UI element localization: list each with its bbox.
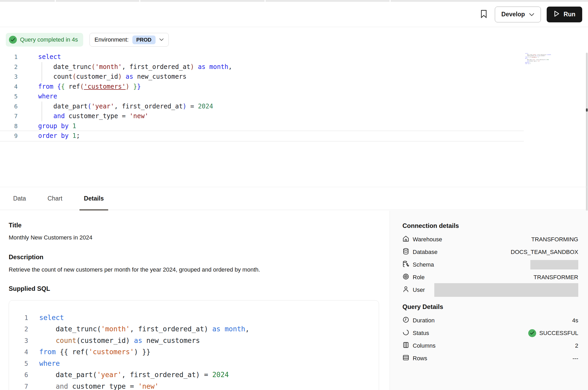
warehouse-icon <box>402 235 409 244</box>
tab-chart-label: Chart <box>48 195 62 202</box>
line-number: 2 <box>0 62 18 72</box>
code-line: 8group by 1 <box>0 121 524 131</box>
code-line: 6 date_part('year', first_ordered_at) = … <box>0 102 524 112</box>
connection-row-schema: Schema <box>402 258 578 271</box>
title-heading: Title <box>9 222 379 229</box>
line-number: 5 <box>16 358 28 369</box>
code-line: 1select <box>0 52 524 62</box>
rows-value: --- <box>572 355 578 362</box>
line-number: 1 <box>0 52 18 62</box>
query-row-duration: Duration 4s <box>402 314 578 327</box>
line-number: 2 <box>16 324 28 335</box>
develop-button[interactable]: Develop <box>495 7 541 22</box>
scrollbar-thumb[interactable] <box>586 108 588 112</box>
line-number: 3 <box>16 335 28 347</box>
role-icon <box>402 273 409 282</box>
status-value: SUCCESSFUL <box>539 330 578 337</box>
code-line: 7 and customer_type = 'new' <box>0 111 524 121</box>
run-button[interactable]: Run <box>547 7 582 22</box>
columns-value: 2 <box>575 342 578 349</box>
line-number: 9 <box>0 131 18 141</box>
connection-details-panel: Connection details Warehouse TRANSFORMIN… <box>390 211 588 390</box>
line-number: 1 <box>16 312 28 324</box>
play-icon <box>554 10 560 19</box>
line-number: 4 <box>0 82 18 92</box>
editor-minimap-content: 1select2 date_trunc('month', first_order… <box>525 53 553 64</box>
query-status-badge: Query completed in 4s <box>6 33 83 47</box>
tab-divider <box>265 0 266 2</box>
status-label: Status <box>413 330 429 337</box>
tab-data-label: Data <box>13 195 26 202</box>
connection-details-heading: Connection details <box>402 222 578 229</box>
tab-divider <box>55 0 56 2</box>
details-left-column: Title Monthly New Customers in 2024 Desc… <box>9 211 379 390</box>
line-number: 6 <box>0 102 18 112</box>
query-row-rows: Rows --- <box>402 352 578 365</box>
connection-row-role: Role TRANSFORMER <box>402 271 578 284</box>
run-button-label: Run <box>564 11 575 18</box>
duration-value: 4s <box>572 317 578 324</box>
warehouse-value: TRANSFORMING <box>531 236 578 243</box>
bookmark-button[interactable] <box>479 9 489 20</box>
role-label: Role <box>413 274 425 281</box>
line-number: 5 <box>0 92 18 102</box>
query-details-heading: Query Details <box>402 303 578 311</box>
database-icon <box>402 248 409 256</box>
code-line: 9order by 1; <box>0 131 524 141</box>
connection-row-user: User <box>402 284 578 296</box>
rows-label: Rows <box>413 355 427 362</box>
rows-icon <box>402 354 409 363</box>
warehouse-label: Warehouse <box>413 236 442 243</box>
sql-editor[interactable]: 1select2 date_trunc('month', first_order… <box>0 52 524 141</box>
code-line: 4from {{ ref('customers') }} <box>16 346 379 358</box>
query-status-text: Query completed in 4s <box>20 36 78 43</box>
tab-data[interactable]: Data <box>9 187 31 210</box>
connection-row-database: Database DOCS_TEAM_SANDBOX <box>402 246 578 258</box>
status-spinner-icon <box>402 329 409 337</box>
tab-chart[interactable]: Chart <box>43 187 67 210</box>
line-number: 7 <box>16 381 28 390</box>
line-number: 6 <box>16 369 28 381</box>
duration-label: Duration <box>413 317 435 324</box>
code-line: 2 date_trunc('month', first_ordered_at) … <box>0 62 524 72</box>
columns-icon <box>402 342 409 350</box>
user-icon <box>402 286 409 294</box>
environment-select[interactable]: Environment: PROD <box>89 33 168 47</box>
result-tabs: Data Chart Details <box>0 187 588 210</box>
schema-value-redacted <box>530 260 578 269</box>
tab-divider <box>139 0 140 2</box>
environment-value-badge: PROD <box>132 36 156 44</box>
code-line: 5where <box>0 92 524 102</box>
user-label: User <box>413 287 425 293</box>
columns-label: Columns <box>413 342 436 349</box>
browser-tab-strip <box>0 0 588 2</box>
line-number: 8 <box>0 122 18 131</box>
code-line: 3 count(customer_id) as new_customers <box>0 72 524 82</box>
chevron-down-icon <box>159 37 164 42</box>
line-number: 7 <box>0 112 18 121</box>
environment-label: Environment: <box>94 36 129 43</box>
status-row: Query completed in 4s Environment: PROD <box>6 33 169 47</box>
editor-minimap[interactable]: 1select2 date_trunc('month', first_order… <box>525 53 553 66</box>
description-value: Retrieve the count of new customers per … <box>9 266 379 273</box>
tab-details[interactable]: Details <box>79 187 108 210</box>
code-line: 5where <box>16 358 379 369</box>
supplied-sql-heading: Supplied SQL <box>9 285 379 292</box>
tab-divider <box>390 0 391 2</box>
code-line: 6 date_part('year', first_ordered_at) = … <box>16 369 379 381</box>
query-row-status: Status SUCCESSFUL <box>402 327 578 339</box>
database-label: Database <box>413 249 437 256</box>
chevron-down-icon <box>529 11 534 18</box>
database-value: DOCS_TEAM_SANDBOX <box>511 249 578 256</box>
schema-label: Schema <box>413 261 434 268</box>
query-row-columns: Columns 2 <box>402 339 578 352</box>
check-circle-icon <box>9 36 17 44</box>
bookmark-icon <box>480 9 488 19</box>
line-number: 3 <box>0 72 18 82</box>
code-line: 9order by 1; <box>525 63 553 64</box>
role-value: TRANSFORMER <box>534 274 578 281</box>
supplied-sql-code-block: 1select2 date_trunc('month', first_order… <box>9 300 379 390</box>
user-value-redacted <box>434 283 578 297</box>
tab-details-label: Details <box>84 195 104 202</box>
code-line: 1select <box>16 312 379 324</box>
